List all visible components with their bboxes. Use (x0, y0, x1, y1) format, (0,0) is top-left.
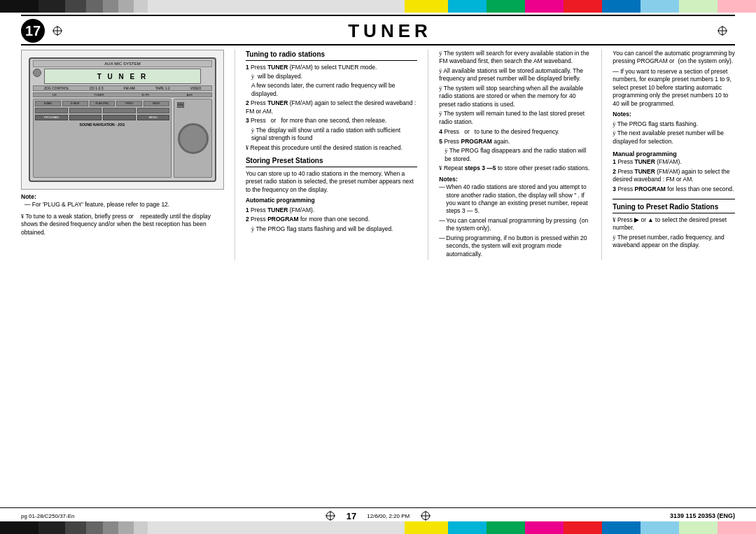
left-column: AUX MIC SYSTEM T U N E R JOG CONTROL CD … (21, 50, 224, 260)
preset-buttons: 10/MO D.SKIP PLAY-PBC PREV NEXT (35, 101, 169, 106)
crosshair-right-icon (717, 25, 728, 36)
cb-gray3 (118, 0, 134, 13)
cb-bottom-gray4 (134, 521, 148, 534)
color-bar-top (0, 0, 756, 13)
standby-button (33, 69, 41, 77)
cb-bottom-ltblue (640, 521, 679, 534)
cb-bottom-ltpink (718, 521, 756, 534)
cb-bottom-gray2 (103, 521, 118, 534)
cb-bottom-green (486, 521, 525, 534)
page-title: TUNER (63, 20, 717, 42)
right-middle-column: ÿ The system will search for every avail… (439, 50, 591, 260)
header-bottom-rule (21, 44, 735, 45)
storing-preset-heading: Storing Preset Stations (246, 156, 417, 167)
cb-yellow (405, 0, 448, 13)
cb-gray4 (134, 0, 148, 13)
cb-gray2 (103, 0, 118, 13)
header-row: 17 TUNER (21, 19, 735, 43)
cb-blue (602, 0, 640, 13)
cb-white (148, 0, 405, 13)
cb-bottom-magenta (525, 521, 564, 534)
page-number-badge: 17 (21, 19, 45, 43)
cb-green (486, 0, 525, 13)
tuning-preset-heading: Tuning to Preset Radio Stations (612, 202, 735, 213)
footer-page-num: 17 (346, 511, 356, 521)
cb-bottom-white (148, 521, 405, 534)
footer-right: 3139 115 20353 (ENG) (431, 512, 735, 519)
device-body: AUX MIC SYSTEM T U N E R JOG CONTROL CD … (29, 57, 216, 182)
cb-ltpink (718, 0, 756, 13)
button-row-1: JOG CONTROL CD 1·2·3 FM·AM TAPE 1·2 VIDE… (33, 85, 212, 91)
manual-prog-heading: Manual programming (612, 150, 735, 158)
main-content: AUX MIC SYSTEM T U N E R JOG CONTROL CD … (21, 50, 735, 260)
device-left-panel: 10/MO D.SKIP PLAY-PBC PREV NEXT (33, 99, 172, 178)
footer-center-area: 17 12/6/00, 2:20 PM (325, 510, 431, 521)
cb-red (564, 0, 602, 13)
crosshair-footer-right-icon (420, 510, 431, 521)
cb-black1 (0, 0, 38, 13)
device-right-panel: VOL (174, 99, 212, 178)
nav-buttons: PROGRAM MENU (35, 115, 169, 120)
cb-bottom-black3 (65, 521, 86, 534)
top-rule (21, 15, 735, 16)
note-section: Note: — For 'PLUG & PLAY' feature, pleas… (21, 193, 224, 237)
cb-bottom-red (564, 521, 602, 534)
cb-bottom-black2 (38, 521, 65, 534)
device-label-nav: SOUND NAVIGATION · JOG (35, 122, 169, 127)
cb-ltgreen (679, 0, 718, 13)
left-divider (234, 50, 235, 260)
cb-bottom-gray3 (118, 521, 134, 534)
cb-ltblue (640, 0, 679, 13)
jog-wheel (178, 123, 209, 154)
color-bar-bottom (0, 521, 756, 534)
play-buttons (35, 108, 169, 113)
middle-column: Tuning to radio stations 1 Press TUNER (… (246, 50, 417, 260)
mid-divider (428, 50, 428, 260)
footer: pg 01-28/C250/37-En 17 12/6/00, 2:20 PM … (0, 507, 756, 521)
cb-bottom-gray1 (86, 521, 103, 534)
cb-bottom-black1 (0, 521, 38, 534)
right-divider (601, 50, 602, 260)
cb-bottom-blue (602, 521, 640, 534)
cb-magenta (525, 0, 564, 13)
auto-prog-heading: Automatic programming (246, 197, 315, 204)
notes-section: Notes: When 40 radio stations are stored… (439, 176, 591, 259)
cb-gray1 (86, 0, 103, 13)
tuning-preset-section: Tuning to Preset Radio Stations ¥ Press … (612, 199, 735, 249)
device-label-row: AUX MIC SYSTEM (33, 60, 212, 67)
cb-black3 (65, 0, 86, 13)
footer-left: pg 01-28/C250/37-En (21, 513, 325, 519)
cb-cyan (448, 0, 486, 13)
crosshair-left-icon (52, 25, 63, 36)
manual-prog-section: Manual programming 1 Press TUNER (FM/AM)… (612, 150, 735, 193)
device-screen: T U N E R (44, 69, 201, 84)
cb-bottom-yellow (405, 521, 448, 534)
far-right-column: You can cancel the automatic programming… (612, 50, 735, 260)
device-image: AUX MIC SYSTEM T U N E R JOG CONTROL CD … (21, 50, 224, 190)
button-row-2: CD TUNER 10 PS AUX (33, 92, 212, 97)
crosshair-footer-left-icon (325, 510, 336, 521)
tuning-radio-heading: Tuning to radio stations (246, 50, 417, 61)
device-controls: 10/MO D.SKIP PLAY-PBC PREV NEXT (33, 99, 212, 178)
volume-label: VOL (177, 102, 184, 108)
cb-bottom-cyan (448, 521, 486, 534)
footer-date: 12/6/00, 2:20 PM (367, 513, 410, 519)
auto-prog-section: Automatic programming 1 Press TUNER (FM/… (246, 197, 417, 233)
cb-black2 (38, 0, 65, 13)
cb-bottom-ltgreen (679, 521, 718, 534)
